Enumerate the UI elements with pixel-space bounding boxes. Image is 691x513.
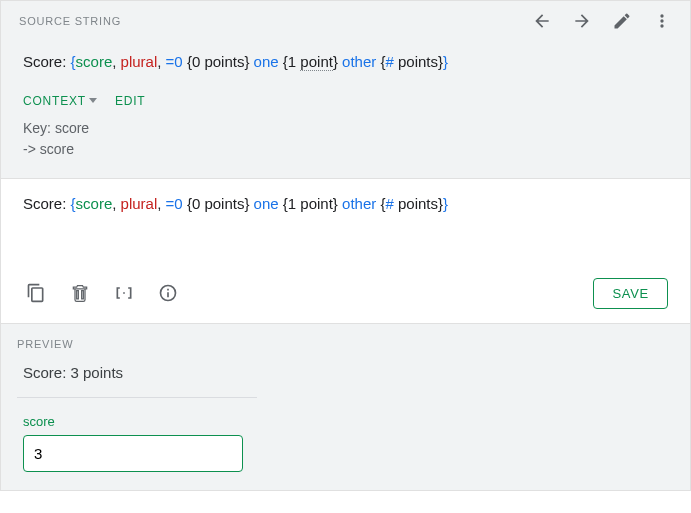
prev-arrow-icon[interactable] <box>530 9 554 33</box>
edit-pencil-icon[interactable] <box>610 9 634 33</box>
context-edit-link[interactable]: EDIT <box>115 94 146 108</box>
translation-editor[interactable]: Score: {score, plural, =0 {0 points} one… <box>1 179 690 268</box>
context-toggle[interactable]: CONTEXT <box>23 94 97 108</box>
source-string-label: SOURCE STRING <box>19 15 530 27</box>
score-input-label: score <box>17 414 674 429</box>
preview-label: PREVIEW <box>17 338 674 350</box>
context-body: Key: score -> score <box>1 114 690 178</box>
score-input[interactable] <box>23 435 243 472</box>
copy-source-icon[interactable] <box>25 282 47 304</box>
info-icon[interactable] <box>157 282 179 304</box>
chevron-down-icon <box>89 98 97 103</box>
source-string-text: Score: {score, plural, =0 {0 points} one… <box>1 37 690 94</box>
next-arrow-icon[interactable] <box>570 9 594 33</box>
delete-icon[interactable] <box>69 282 91 304</box>
preview-output: Score: 3 points <box>17 364 674 381</box>
insert-placeholder-icon[interactable] <box>113 282 135 304</box>
more-vert-icon[interactable] <box>650 9 674 33</box>
divider <box>17 397 257 398</box>
save-button[interactable]: SAVE <box>593 278 668 309</box>
